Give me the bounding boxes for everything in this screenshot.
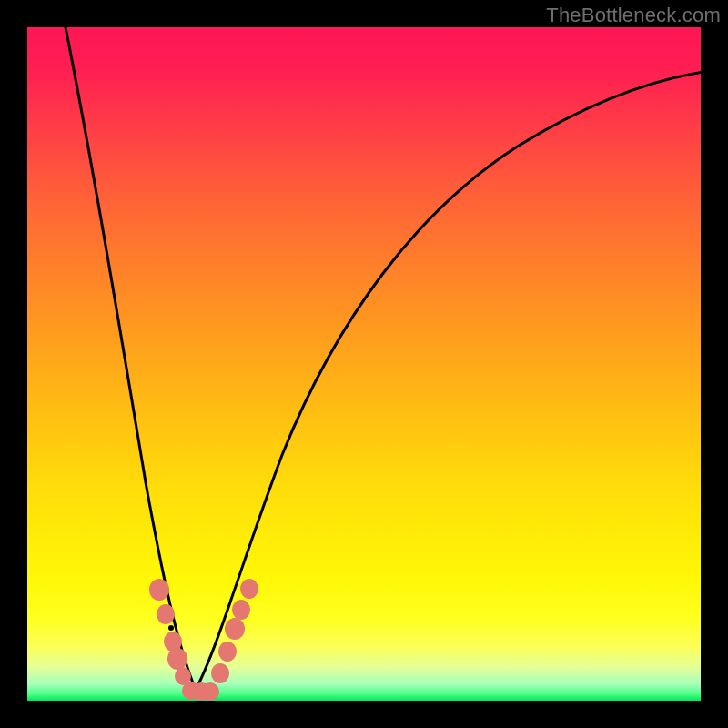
- data-marker: [240, 579, 258, 599]
- chart-frame: TheBottleneck.com: [0, 0, 728, 728]
- curve-layer: [27, 27, 701, 701]
- bottleneck-curve-left: [64, 27, 196, 690]
- watermark-text: TheBottleneck.com: [546, 4, 721, 27]
- data-marker: [218, 642, 237, 662]
- data-marker: [157, 604, 175, 624]
- bottleneck-curve-right: [196, 71, 701, 690]
- data-marker: [225, 618, 245, 640]
- curve-joint: [168, 625, 174, 631]
- valley-markers: [149, 579, 258, 701]
- data-marker: [232, 600, 250, 620]
- data-marker: [149, 579, 169, 601]
- data-marker: [211, 663, 229, 683]
- data-marker: [201, 682, 219, 701]
- plot-area: [27, 27, 701, 701]
- data-marker: [167, 648, 187, 670]
